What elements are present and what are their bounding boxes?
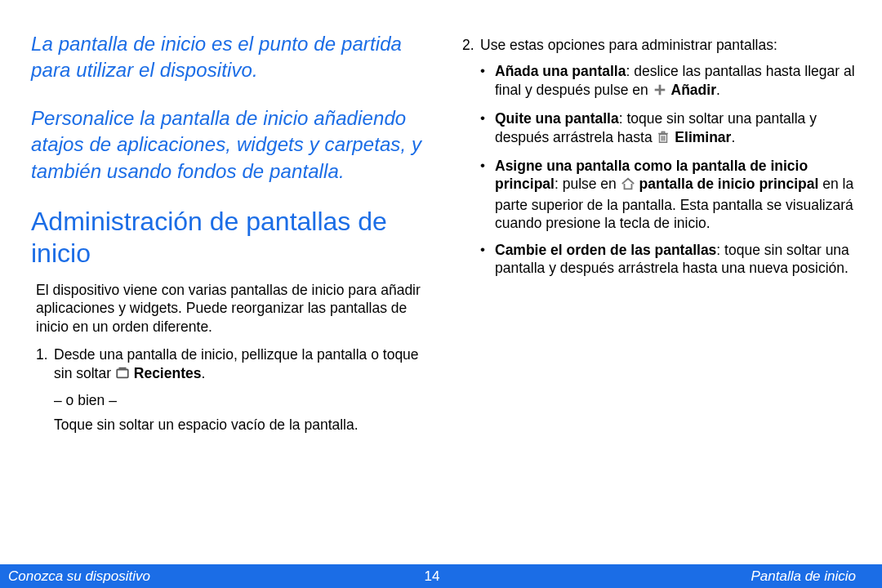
bullet-item: • Cambie el orden de las pantallas: toqu… <box>480 241 856 278</box>
left-column: La pantalla de inicio es el punto de par… <box>31 31 425 548</box>
step-number: 1. <box>36 345 54 434</box>
bullet-list: • Añada una pantalla: deslice las pantal… <box>480 62 856 277</box>
intro-paragraph-1: La pantalla de inicio es el punto de par… <box>31 31 425 84</box>
footer-page-number: 14 <box>425 568 440 585</box>
delete-label: Eliminar <box>675 129 731 145</box>
step-alt: Toque sin soltar un espacio vacío de la … <box>54 416 425 434</box>
period: . <box>201 365 205 381</box>
page-body: La pantalla de inicio es el punto de par… <box>0 0 882 564</box>
bullet-title: Cambie el orden de las pantallas <box>495 242 716 258</box>
step-body: Desde una pantalla de inicio, pellizque … <box>54 345 425 434</box>
bullet-body: Asigne una pantalla como la pantalla de … <box>495 157 856 233</box>
bullet-item: • Quite una pantalla: toque sin soltar u… <box>480 109 856 149</box>
intro-paragraph-2: Personalice la pantalla de inicio añadie… <box>31 105 425 185</box>
bullet-item: • Añada una pantalla: deslice las pantal… <box>480 62 856 101</box>
plus-icon <box>653 82 667 101</box>
bullet-body: Quite una pantalla: toque sin soltar una… <box>495 109 856 149</box>
section-body: El dispositivo viene con varias pantalla… <box>36 281 425 336</box>
bullet-marker: • <box>480 157 495 233</box>
recents-icon <box>115 366 130 385</box>
svg-rect-9 <box>662 131 666 133</box>
footer-left: Conozca su dispositivo <box>8 568 425 585</box>
bullet-marker: • <box>480 62 495 101</box>
step-body: Use estas opciones para administrar pant… <box>480 36 856 277</box>
bullet-body: Cambie el orden de las pantallas: toque … <box>495 241 856 278</box>
step-2: 2. Use estas opciones para administrar p… <box>462 36 856 277</box>
section-heading: Administración de pantallas de inicio <box>31 206 425 270</box>
svg-rect-0 <box>117 369 128 377</box>
bullet-title: Quite una pantalla <box>495 110 619 127</box>
step-number: 2. <box>462 36 480 277</box>
bullet-text: : pulse en <box>555 176 621 192</box>
step-1: 1. Desde una pantalla de inicio, pellizq… <box>36 345 425 434</box>
step-or: – o bien – <box>54 391 425 409</box>
step-text: Desde una pantalla de inicio, pellizque … <box>54 346 419 381</box>
bullet-item: • Asigne una pantalla como la pantalla d… <box>480 157 856 233</box>
add-label: Añadir <box>671 82 716 98</box>
page-footer: Conozca su dispositivo 14 Pantalla de in… <box>0 564 882 588</box>
bullet-title: Añada una pantalla <box>495 63 626 79</box>
recents-label: Recientes <box>134 365 202 381</box>
step-lead: Use estas opciones para administrar pant… <box>480 37 777 53</box>
bullet-marker: • <box>480 109 495 149</box>
period: . <box>731 129 735 145</box>
trash-icon <box>656 130 670 149</box>
period: . <box>716 82 720 98</box>
bullet-body: Añada una pantalla: deslice las pantalla… <box>495 62 856 101</box>
right-column: 2. Use estas opciones para administrar p… <box>462 31 856 548</box>
footer-right: Pantalla de inicio <box>439 568 856 585</box>
home-main-label: pantalla de inicio principal <box>639 176 819 192</box>
home-icon <box>621 176 635 195</box>
bullet-marker: • <box>480 241 495 278</box>
